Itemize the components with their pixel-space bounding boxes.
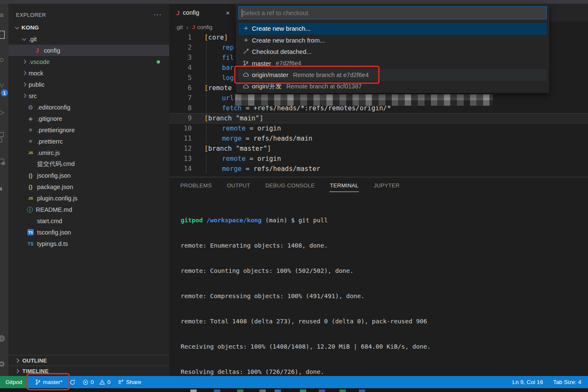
chevron-right-icon [22,71,27,75]
activity-bar[interactable]: ≡ ○ ⑂ 1 ▷ ⊗ ◐ ◍ ⚙ [0,4,8,376]
taskbar-app-icon[interactable] [237,389,243,392]
account-icon[interactable]: ◍ [0,333,8,343]
problems-status-item[interactable]: 0 0 [83,379,110,385]
j-file-icon: J [176,9,179,16]
explorer-icon[interactable] [0,31,5,39]
tab-config[interactable]: J config × [169,4,235,21]
cloud-icon [243,83,252,90]
taskbar-app-icon[interactable] [214,389,220,392]
remote-indicator[interactable]: Gitpod [0,376,28,388]
tree-item-git[interactable]: .git [8,33,169,45]
quickpick-item-checkout-detached[interactable]: Checkout detached... [238,46,547,58]
settings-gear-icon[interactable]: ⚙ [0,360,8,369]
sync-status-item[interactable] [69,379,75,385]
tree-item-pluginconfig[interactable]: JS plugin.config.js [8,192,169,204]
code-line: 12[branch "master"] [169,144,588,154]
status-bar: Gitpod master* 0 0 Share Ln 9, Col 16 [0,376,588,388]
json-file-icon: {} [27,173,34,179]
tree-item-gitignore[interactable]: ◈ .gitignore [8,113,169,124]
test-explorer-icon[interactable]: ◐ [0,184,8,193]
breadcrumb-file[interactable]: config [197,24,212,30]
terminal-line: remote: Compressing objects: 100% (491/4… [181,292,431,300]
quickpick-item-master[interactable]: master e7d2f6e4 [238,58,547,69]
tree-item-packagejson[interactable]: {} package.json [8,181,169,192]
quickpick-item-origin-dev[interactable]: origin/开发 Remote branch at 6cf01387 [238,81,547,93]
chevron-right-icon [22,94,27,98]
tab-terminal[interactable]: TERMINAL [329,180,359,192]
tab-debug-console[interactable]: DEBUG CONSOLE [265,180,315,192]
json-file-icon: {} [27,184,34,190]
windows-taskbar-sliver [0,388,588,392]
terminal-line: remote: Counting objects: 100% (502/502)… [181,267,431,275]
error-icon [83,379,88,385]
quickpick-input[interactable] [239,7,546,19]
tree-item-editorconfig[interactable]: ⚙ .editorconfig [8,101,169,113]
ts-file-icon: TS [27,229,34,235]
source-control-badge: 1 [1,89,8,96]
tree-item-config[interactable]: J config [8,45,169,56]
close-tab-icon[interactable]: × [226,9,230,16]
windows-file-icon [27,161,34,167]
run-debug-icon[interactable]: ▷ [0,108,8,116]
text-caret [242,9,242,17]
outline-section[interactable]: OUTLINE [8,355,169,365]
tab-problems[interactable]: PROBLEMS [180,180,212,192]
explorer-title: EXPLORER [16,12,46,18]
tree-item-prettierrc[interactable]: ≡ .prettierrc [8,136,169,147]
code-line: 14merge = refs/heads/master [169,164,588,174]
chevron-right-icon [15,369,19,373]
taskbar-app-icon[interactable] [190,389,197,392]
quickpick-item-create-branch[interactable]: ＋ Create new branch... [238,23,547,35]
extensions-icon[interactable] [0,132,4,137]
quickpick-item-origin-master[interactable]: origin/master Remote branch at e7d2f6e4 [238,69,547,81]
file-tree: KONG .git J config .vscode mock publi [8,22,169,249]
tab-output[interactable]: OUTPUT [227,180,251,192]
tree-item-commit-cmd[interactable]: 提交代码.cmd [8,158,169,170]
tree-item-prettierignore[interactable]: ≡ .prettierignore [8,124,169,136]
tree-item-tsconfig[interactable]: TS tsconfig.json [8,227,169,238]
menu-icon[interactable]: ≡ [0,11,8,20]
branch-status-item[interactable]: master* [35,379,63,385]
extensions-icon-2[interactable] [0,138,2,142]
share-icon [118,379,124,385]
tree-item-public[interactable]: public [8,79,169,90]
timeline-section[interactable]: TIMELINE [8,365,169,376]
breadcrumb-separator: › [186,24,188,31]
code-line: 11merge = refs/heads/main [169,133,588,144]
tree-item-vscode[interactable]: .vscode [8,56,169,67]
tree-item-jsconfig[interactable]: {} jsconfig.json [8,170,169,181]
taskbar-app-icon[interactable] [359,389,365,392]
tab-size-item[interactable]: Tab Size: 4 [553,379,581,385]
taskbar-app-icon[interactable] [300,389,306,392]
taskbar-app-icon[interactable] [259,389,266,392]
prettier-file-icon: ≡ [27,138,34,144]
tab-jupyter[interactable]: JUPYTER [373,180,400,192]
tree-root-kong[interactable]: KONG [8,22,169,33]
tree-item-startcmd[interactable]: start.cmd [8,215,169,227]
search-icon[interactable]: ○ [0,55,8,64]
add-icon: ＋ [243,24,252,33]
quickpick-item-create-branch-from[interactable]: ＋ Create new branch from... [238,35,547,46]
tree-item-typings[interactable]: TS typings.d.ts [8,238,169,249]
tree-item-readme[interactable]: i README.md [8,204,169,215]
prettier-file-icon: ≡ [27,127,34,133]
breadcrumb-dir[interactable]: .git [175,24,183,30]
taskbar-app-icon[interactable] [339,389,346,392]
tree-item-src[interactable]: src [8,90,169,101]
tree-item-mock[interactable]: mock [8,67,169,79]
code-line: 13remote = origin [169,154,588,164]
quickpick-input-wrap [238,6,547,19]
taskbar-app-icon[interactable] [319,389,325,392]
terminal-line: Receiving objects: 100% (1408/1408), 12.… [181,342,431,351]
bottom-panel: PROBLEMS OUTPUT DEBUG CONSOLE TERMINAL J… [169,177,588,376]
sync-icon [69,379,75,385]
tree-item-umircjs[interactable]: JS .umirc.js [8,147,169,158]
taskbar-app-icon[interactable] [275,389,281,392]
explorer-more-actions-icon[interactable]: ··· [154,11,162,19]
cursor-position-item[interactable]: Ln 9, Col 16 [512,379,543,385]
diamond-file-icon: ◈ [27,115,34,122]
terminal[interactable]: gitpod /workspace/kong (main) $ git pull… [181,199,431,392]
share-status-item[interactable]: Share [118,379,141,385]
chevron-down-icon [15,25,19,29]
source-control-icon[interactable]: ⑂ [0,82,8,90]
